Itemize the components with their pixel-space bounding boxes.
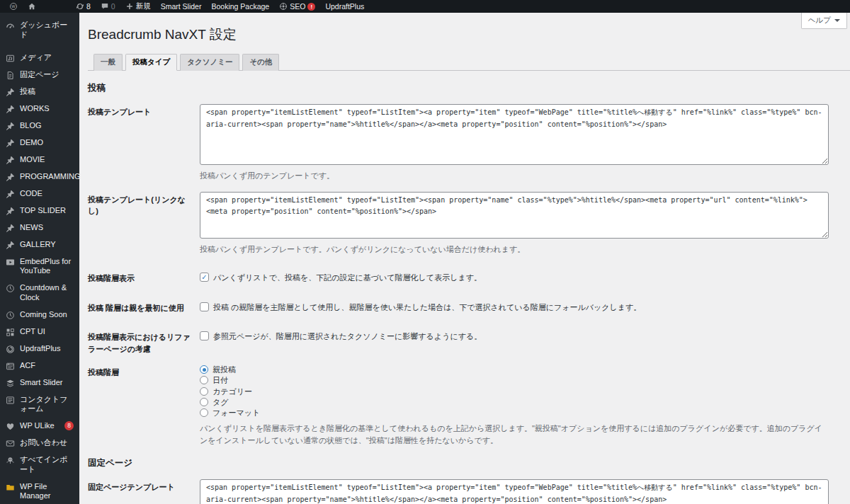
sidebar-item-label: WORKS: [20, 104, 74, 114]
sidebar-item-label: メディア: [20, 53, 74, 63]
updates-button[interactable]: 8: [71, 0, 96, 13]
sidebar-item-cpt-ui[interactable]: CPT UI: [0, 323, 79, 340]
tab-タクソノミー[interactable]: タクソノミー: [180, 54, 239, 71]
radio-option: 親投稿: [200, 365, 829, 374]
sidebar-item-label: お問い合わせ: [20, 438, 74, 448]
comment-icon: [101, 2, 109, 11]
template-textarea[interactable]: [200, 479, 829, 504]
dashboard-icon: [6, 21, 15, 30]
folder-icon: [6, 483, 15, 492]
seo-alert-badge: !: [307, 3, 315, 11]
notification-badge: 8: [64, 421, 74, 430]
updraftplus-menu[interactable]: UpdraftPlus: [320, 0, 369, 13]
radio-unselected[interactable]: [200, 387, 208, 396]
checkbox-unchecked[interactable]: [200, 302, 209, 311]
sidebar-item--[interactable]: 投稿: [0, 84, 79, 101]
sidebar-item-label: Countdown & Clock: [20, 283, 74, 303]
sidebar-item-wp-file-manager[interactable]: WP File Manager: [0, 479, 79, 504]
form-row: 投稿テンプレート(リンクなし)投稿パンくず用テンプレートです。パンくずがリンクに…: [88, 192, 829, 256]
radio-text: カテゴリー: [212, 386, 252, 396]
sidebar-item-news[interactable]: NEWS: [0, 219, 79, 236]
sidebar-item-gallery[interactable]: GALLERY: [0, 236, 79, 253]
template-textarea[interactable]: [200, 192, 829, 239]
seo-menu[interactable]: SEO !: [274, 0, 320, 13]
sidebar-item--[interactable]: コンタクトフォーム: [0, 391, 79, 418]
sidebar-item-label: WP File Manager: [20, 482, 74, 502]
sidebar-item-label: NEWS: [20, 223, 74, 233]
pin-icon: [6, 88, 15, 97]
video-icon: [6, 258, 15, 267]
seo-label: SEO: [290, 2, 305, 11]
radio-text: 親投稿: [212, 365, 236, 374]
sidebar-item-programming[interactable]: PROGRAMMING: [0, 168, 79, 185]
sidebar-item--[interactable]: 固定ページ: [0, 67, 79, 84]
pin-icon: [6, 190, 15, 199]
sidebar-item-label: Coming Soon: [20, 310, 74, 320]
form-row: 投稿階層表示におけるリファラーページの考慮参照元ページが、階層用に選択されたタク…: [88, 329, 829, 355]
sidebar-item-label: CPT UI: [20, 327, 74, 337]
radio-text: 日付: [212, 375, 228, 385]
help-button[interactable]: ヘルプ: [801, 13, 847, 29]
new-content-label: 新規: [136, 1, 151, 11]
checkbox-unchecked[interactable]: [200, 331, 209, 340]
radio-unselected[interactable]: [200, 398, 208, 406]
tab-その他[interactable]: その他: [242, 54, 279, 71]
sidebar-item-coming-soon[interactable]: Coming Soon: [0, 307, 79, 323]
tab-投稿タイプ[interactable]: 投稿タイプ: [125, 54, 177, 71]
field-description: 投稿パンくず用のテンプレートです。: [200, 170, 829, 182]
radio-unselected[interactable]: [200, 376, 208, 384]
comments-button[interactable]: 0: [96, 0, 120, 13]
page-title: Breadcrumb NavXT 設定: [88, 23, 850, 48]
seo-icon: [279, 2, 288, 11]
sidebar-item--[interactable]: ダッシュボード: [0, 17, 79, 44]
new-content-button[interactable]: 新規: [120, 0, 156, 13]
booking-package-menu[interactable]: Booking Package: [206, 0, 274, 13]
sidebar-item-code[interactable]: CODE: [0, 185, 79, 202]
sidebar-item-countdown-clock[interactable]: Countdown & Clock: [0, 280, 79, 307]
template-textarea[interactable]: [200, 104, 829, 165]
sidebar-item-demo[interactable]: DEMO: [0, 134, 79, 151]
radio-unselected[interactable]: [200, 408, 208, 417]
grid-icon: [6, 328, 15, 337]
sidebar-item-acf[interactable]: ACF: [0, 357, 79, 374]
field-label: 投稿階層表示: [88, 270, 200, 285]
radio-selected[interactable]: [200, 365, 208, 374]
checkbox-option: ✓パンくずリストで、投稿を、下記の設定に基づいて階層化して表示します。: [200, 270, 829, 283]
visit-site-button[interactable]: [23, 0, 41, 13]
checkbox-option: 参照元ページが、階層用に選択されたタクソノミーに影響するようにする。: [200, 329, 829, 342]
radio-option: タグ: [200, 397, 829, 407]
wordpress-logo-menu[interactable]: W: [4, 0, 23, 13]
smart-slider-menu[interactable]: Smart Slider: [156, 0, 207, 13]
field-control: 投稿パンくず用テンプレートです。パンくずがリンクになっていない場合だけ使われます…: [200, 192, 829, 256]
tab-一般[interactable]: 一般: [94, 54, 123, 71]
sidebar-item-embedplus-for-youtube[interactable]: EmbedPlus for YouTube: [0, 253, 79, 280]
field-label: 投稿 階層は親を最初に使用: [88, 300, 200, 314]
pin-icon: [6, 122, 15, 131]
field-control: ✓パンくずリストで、投稿を、下記の設定に基づいて階層化して表示します。: [200, 270, 829, 285]
settings-tabbar: 一般投稿タイプタクソノミーその他: [88, 54, 850, 71]
pin-icon: [6, 156, 15, 165]
sidebar-item-works[interactable]: WORKS: [0, 101, 79, 118]
checkbox-text: 投稿 の親階層を主階層として使用し、親階層を使い果たした場合は、下で選択されてい…: [213, 302, 641, 313]
sidebar-item-label: Smart Slider: [20, 378, 74, 388]
form-row: 投稿テンプレート投稿パンくず用のテンプレートです。: [88, 104, 829, 182]
checkbox-text: 参照元ページが、階層用に選択されたタクソノミーに影響するようにする。: [213, 331, 482, 342]
heart-icon: [6, 422, 15, 431]
sidebar-item-blog[interactable]: BLOG: [0, 118, 79, 134]
pin-icon: [6, 105, 15, 114]
sidebar-item--[interactable]: メディア: [0, 50, 79, 67]
sidebar-item-top-slider[interactable]: TOP SLIDER: [0, 202, 79, 219]
radio-text: タグ: [212, 397, 229, 407]
checkbox-checked[interactable]: ✓: [200, 273, 209, 282]
main-content: ヘルプ Breadcrumb NavXT 設定 一般投稿タイプタクソノミーその他…: [79, 13, 850, 504]
sidebar-item-label: BLOG: [20, 121, 74, 131]
sidebar-item-label: コンタクトフォーム: [20, 395, 74, 415]
sidebar-item-updraftplus[interactable]: UpdraftPlus: [0, 340, 79, 357]
plus-icon: [125, 2, 134, 11]
sidebar-item--[interactable]: すべてインポート: [0, 452, 79, 479]
sidebar-item-movie[interactable]: MOVIE: [0, 151, 79, 168]
help-label: ヘルプ: [808, 16, 831, 25]
sidebar-item--[interactable]: お問い合わせ: [0, 435, 79, 452]
sidebar-item-smart-slider[interactable]: Smart Slider: [0, 374, 79, 391]
sidebar-item-wp-ulike[interactable]: WP ULike8: [0, 418, 79, 435]
